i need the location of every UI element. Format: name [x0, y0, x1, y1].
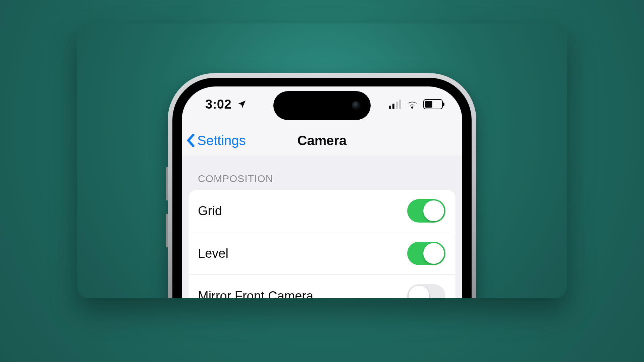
location-arrow-icon	[237, 99, 247, 109]
artboard: 3:02	[77, 23, 567, 298]
back-to-settings-button[interactable]: Settings	[182, 133, 246, 148]
battery-icon	[423, 99, 443, 109]
row-mirror-front-camera: Mirror Front Camera	[189, 275, 455, 298]
chevron-left-icon	[186, 134, 195, 147]
status-time: 3:02	[205, 97, 231, 112]
toggle-mirror-front-camera[interactable]	[407, 284, 445, 298]
phone-bezel: 3:02	[172, 78, 472, 298]
settings-content: COMPOSITION Grid Level Mirr	[182, 156, 462, 298]
section-header-composition: COMPOSITION	[182, 156, 462, 190]
row-grid: Grid	[189, 190, 455, 232]
row-label: Mirror Front Camera	[198, 289, 313, 299]
composition-list: Grid Level Mirror Front Camera	[189, 190, 455, 298]
row-label: Grid	[198, 204, 222, 218]
row-level: Level	[189, 232, 455, 275]
status-bar-right	[389, 99, 443, 109]
status-bar: 3:02	[182, 86, 462, 122]
row-label: Level	[198, 246, 228, 261]
iphone-device-frame: 3:02	[168, 73, 476, 298]
phone-screen: 3:02	[182, 86, 462, 298]
stage: 3:02	[0, 0, 644, 362]
toggle-grid[interactable]	[407, 199, 445, 223]
nav-header: Settings Camera	[182, 125, 462, 156]
cellular-signal-icon	[389, 100, 401, 109]
toggle-level[interactable]	[407, 242, 445, 265]
back-label: Settings	[197, 133, 246, 148]
wifi-icon	[407, 100, 418, 109]
status-bar-left: 3:02	[205, 97, 247, 112]
